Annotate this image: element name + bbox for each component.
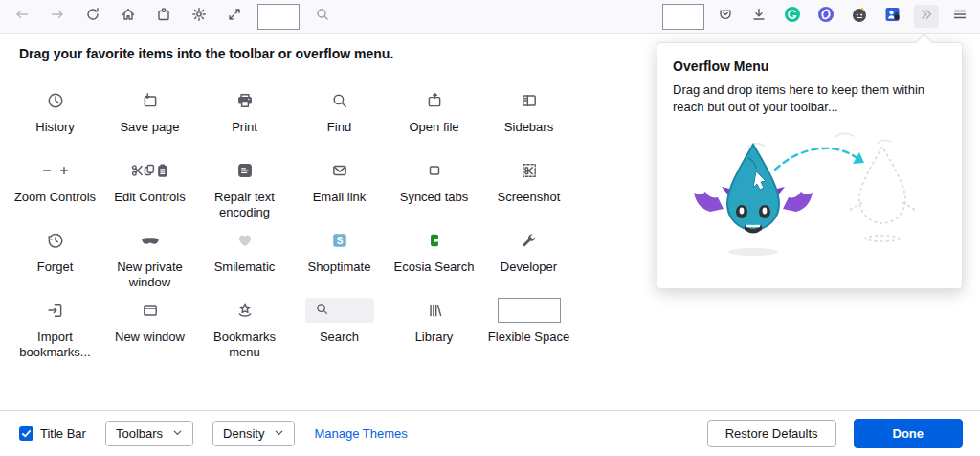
chevron-down-icon [274, 426, 284, 441]
back-icon [14, 7, 30, 26]
palette-item-label: Edit Controls [114, 190, 185, 205]
toolbars-dropdown-label: Toolbars [116, 426, 163, 441]
palette-item-label: Repair text encoding [199, 190, 291, 220]
print-icon [236, 86, 254, 115]
palette-item-label: Screenshot [498, 190, 561, 205]
density-dropdown[interactable]: Density [212, 421, 295, 446]
library-icon [426, 296, 443, 325]
sidebars-icon [521, 86, 538, 115]
palette-item-shoptimate[interactable]: S Shoptimate [292, 226, 387, 296]
palette-item-label: Print [232, 120, 257, 135]
palette-item-edit-controls[interactable]: Edit Controls [102, 156, 197, 226]
search-icon [315, 302, 329, 320]
fullscreen-button[interactable] [222, 5, 247, 28]
palette-item-label: Find [327, 120, 351, 135]
done-button[interactable]: Done [854, 419, 964, 448]
palette-item-repair-text-encoding[interactable]: Repair text encoding [197, 156, 292, 226]
palette-item-new-private-window[interactable]: New private window [102, 226, 197, 296]
swirl-extension-icon [817, 6, 835, 27]
forget-icon [47, 226, 64, 255]
home-icon [121, 7, 136, 26]
flame-extension-icon [851, 6, 868, 27]
drag-drop-illustration [691, 129, 930, 267]
import-bookmarks-icon [47, 296, 64, 325]
title-bar-toggle[interactable]: Title Bar [19, 426, 86, 441]
app-menu-button[interactable] [947, 5, 972, 28]
palette-item-label: New private window [104, 260, 196, 290]
customize-footer: Title Bar Toolbars Density Manage Themes… [0, 410, 980, 456]
palette-item-bookmarks-menu[interactable]: Bookmarks menu [197, 296, 292, 366]
downloads-button[interactable] [746, 5, 771, 28]
palette-item-library[interactable]: Library [387, 296, 481, 366]
palette-item-developer[interactable]: Developer [481, 226, 576, 296]
developer-wrench-icon [521, 226, 538, 255]
palette-item-find[interactable]: Find [292, 86, 387, 156]
palette-item-label: Shoptimate [308, 260, 371, 275]
palette-item-ecosia-search[interactable]: Ecosia Search [387, 226, 481, 296]
palette-item-open-file[interactable]: Open file [387, 86, 481, 156]
palette-item-label: Smilematic [214, 260, 276, 275]
reload-icon [85, 7, 100, 26]
repair-text-encoding-icon [236, 156, 254, 185]
pocket-button[interactable] [713, 5, 738, 28]
palette-item-label: Library [415, 330, 454, 345]
extensions-puzzle-icon [156, 7, 171, 26]
palette-item-synced-tabs[interactable]: Synced tabs [387, 156, 481, 226]
save-page-icon [142, 86, 159, 115]
ecosia-icon [426, 226, 443, 255]
palette-item-print[interactable]: Print [197, 86, 292, 156]
find-icon [331, 86, 348, 115]
palette-item-history[interactable]: History [8, 86, 102, 156]
palette-item-label: Developer [501, 260, 557, 275]
palette-item-label: Ecosia Search [394, 260, 475, 275]
overflow-panel-title: Overflow Menu [673, 58, 947, 74]
toolbar-search-button[interactable] [310, 5, 335, 28]
palette-item-label: Flexible Space [488, 330, 569, 345]
chevron-down-icon [172, 426, 183, 441]
toolbar-flexible-space-right[interactable] [662, 4, 704, 30]
fullscreen-icon [227, 7, 242, 26]
settings-button[interactable] [187, 5, 212, 28]
grammarly-icon [784, 6, 801, 27]
palette-item-smilematic[interactable]: Smilematic [197, 226, 292, 296]
flexible-space-box [498, 298, 561, 323]
back-button[interactable] [10, 5, 34, 28]
palette-item-flexible-space[interactable]: Flexible Space [481, 296, 576, 366]
flame-extension-button[interactable] [847, 5, 872, 28]
toolbar-flexible-space[interactable] [257, 4, 300, 30]
grammarly-extension-button[interactable] [780, 5, 805, 28]
overflow-menu-button[interactable] [914, 5, 939, 28]
reload-button[interactable] [80, 5, 105, 28]
palette-item-email-link[interactable]: Email link [292, 156, 387, 226]
extensions-button[interactable] [151, 5, 176, 28]
palette-item-sidebars[interactable]: Sidebars [481, 86, 576, 156]
home-button[interactable] [116, 5, 141, 28]
synced-tabs-icon [426, 156, 443, 185]
palette-item-label: Search [320, 330, 359, 345]
forward-button[interactable] [45, 5, 70, 28]
new-window-icon [142, 296, 159, 325]
palette-item-screenshot[interactable]: Screenshot [481, 156, 576, 226]
palette-item-label: New window [115, 330, 185, 345]
palette-item-save-page[interactable]: Save page [102, 86, 197, 156]
palette-item-new-window[interactable]: New window [102, 296, 197, 366]
hamburger-menu-icon [952, 7, 968, 26]
palette-item-zoom-controls[interactable]: Zoom Controls [8, 156, 102, 226]
lock-extension-icon [884, 6, 902, 27]
browser-toolbar [0, 0, 980, 34]
history-icon [47, 86, 64, 115]
palette-item-forget[interactable]: Forget [8, 226, 102, 296]
shoptimate-icon: S [331, 226, 348, 255]
bookmarks-menu-icon [236, 296, 254, 325]
screenshot-icon [521, 156, 538, 185]
search-icon [315, 7, 330, 26]
edit-controls-icon [131, 156, 169, 185]
restore-defaults-button[interactable]: Restore Defaults [707, 420, 836, 447]
lock-extension-button[interactable] [880, 5, 905, 28]
palette-item-search[interactable]: Search [292, 296, 387, 366]
manage-themes-link[interactable]: Manage Themes [314, 426, 407, 441]
title-bar-checkbox[interactable] [19, 426, 33, 441]
toolbars-dropdown[interactable]: Toolbars [105, 421, 193, 446]
palette-item-import-bookmarks[interactable]: Import bookmarks... [8, 296, 102, 366]
swirl-extension-button[interactable] [813, 5, 838, 28]
